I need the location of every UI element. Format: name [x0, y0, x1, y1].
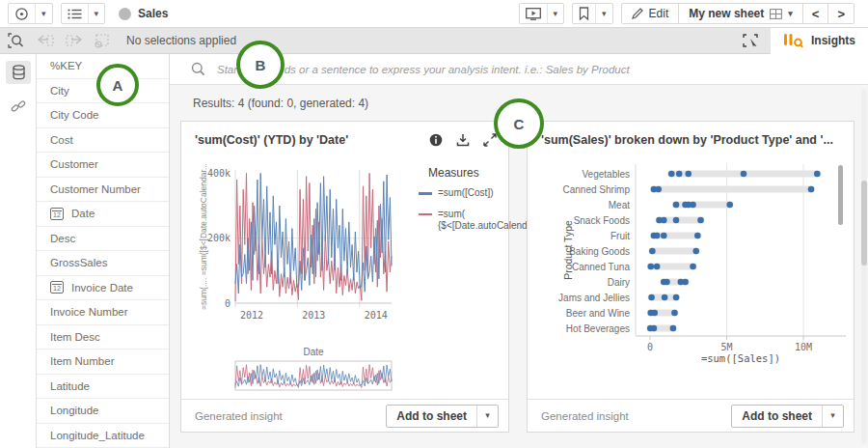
svg-text:2014: 2014: [365, 310, 388, 321]
field-label: Longitude: [50, 405, 99, 416]
svg-text:Product Type: Product Type: [562, 220, 574, 280]
svg-text:Date: Date: [303, 347, 324, 357]
insights-toggle-button[interactable]: Insights: [771, 28, 868, 54]
field-label: Longitude_Latitude: [50, 430, 145, 441]
svg-text:Vegetables: Vegetables: [583, 169, 631, 180]
sheet-navigation-control: Edit My new sheet ▾ < >: [621, 3, 854, 24]
fields-list: %KEYCityCity CodeCostCustomerCustomer Nu…: [37, 54, 170, 448]
svg-text:Fruit: Fruit: [610, 231, 630, 241]
add-to-sheet-caret[interactable]: ▾: [822, 406, 843, 427]
step-back-button[interactable]: [36, 33, 55, 48]
next-sheet-button[interactable]: >: [827, 4, 854, 23]
add-to-sheet-caret[interactable]: ▾: [476, 406, 498, 427]
distribution-plot[interactable]: 05M10MVegetablesCanned ShrimpMeatSnack F…: [528, 153, 855, 375]
expand-icon[interactable]: [483, 133, 497, 147]
clear-selections-button[interactable]: [94, 33, 111, 48]
panel-scrollbar-thumb[interactable]: [861, 181, 867, 266]
app-thumbnail-icon: [119, 8, 131, 20]
field-item[interactable]: GrossSales: [37, 251, 169, 276]
card-title: 'sum(Cost)' (YTD) by 'Date': [195, 133, 421, 147]
pencil-icon: [632, 8, 643, 19]
previous-sheet-button[interactable]: <: [802, 4, 828, 23]
sheet-grid-icon: [770, 9, 782, 19]
field-label: Item Number: [50, 355, 114, 367]
field-label: %KEY: [50, 60, 82, 71]
sheet-selector[interactable]: My new sheet ▾: [678, 4, 802, 23]
svg-text:Canned Shrimp: Canned Shrimp: [563, 184, 631, 195]
field-label: City Code: [50, 109, 99, 121]
bookmarks-button[interactable]: [573, 4, 595, 23]
field-item[interactable]: Desc: [37, 227, 169, 252]
field-label: Customer Number: [50, 183, 141, 195]
selections-tool-button[interactable]: [730, 33, 771, 48]
field-item[interactable]: 12Date: [37, 202, 169, 227]
field-label: Date: [71, 208, 95, 219]
field-item[interactable]: Item Number: [37, 350, 169, 375]
insight-advisor-logo-icon: [783, 33, 804, 48]
info-icon[interactable]: [429, 133, 443, 147]
links-tab-button[interactable]: [6, 95, 31, 118]
field-item[interactable]: Invoice Number: [37, 300, 169, 325]
field-item[interactable]: Customer Number: [37, 178, 169, 203]
edit-button[interactable]: Edit: [622, 4, 679, 23]
legend-swatch: [419, 192, 432, 195]
search-icon: [191, 62, 205, 76]
legend-label: =sum( {$<[Date.autoCalend...: [438, 209, 535, 233]
field-item[interactable]: Longitude: [37, 399, 169, 424]
list-icon: [68, 8, 82, 20]
field-item[interactable]: Customer: [37, 153, 169, 178]
insight-card-dot-plot: 'sum(Sales)' broken down by 'Product Typ…: [527, 121, 854, 433]
insights-label: Insights: [811, 34, 855, 47]
field-label: Latitude: [50, 380, 90, 392]
svg-text:400k: 400k: [207, 168, 231, 179]
chart-legend: Measures =sum([Cost])=sum( {$<[Date.auto…: [419, 166, 505, 241]
storytelling-caret[interactable]: ▾: [547, 4, 564, 23]
sheet-list-caret[interactable]: ▾: [88, 4, 105, 23]
bookmarks-group: ▾: [572, 3, 613, 24]
selections-bar: No selections applied Insights: [0, 28, 868, 54]
add-to-sheet-button[interactable]: Add to sheet: [387, 406, 476, 427]
insight-card-line-chart: 'sum(Cost)' (YTD) by 'Date': [180, 121, 509, 433]
navigation-menu-caret[interactable]: ▾: [35, 4, 52, 23]
legend-item: =sum( {$<[Date.autoCalend...: [419, 209, 505, 233]
field-label: Item Desc: [50, 331, 100, 343]
panel-scrollbar[interactable]: [861, 89, 867, 444]
annotation-circle-b: B: [236, 41, 285, 89]
bookmark-icon: [579, 7, 589, 20]
svg-text:=sum([Sales]): =sum([Sales]): [701, 352, 780, 364]
clear-selections-icon: [94, 33, 111, 48]
sheet-list-button[interactable]: [62, 4, 88, 23]
field-item[interactable]: Longitude_Latitude: [37, 424, 169, 448]
step-forward-button[interactable]: [65, 33, 84, 48]
app-options-group: ▾: [61, 3, 106, 24]
navigation-menu-button[interactable]: [9, 4, 35, 23]
generated-insight-label: Generated insight: [195, 410, 386, 422]
field-label: Customer: [50, 158, 98, 170]
svg-text:5M: 5M: [720, 342, 732, 352]
assets-nav-rail: [0, 54, 37, 448]
calendar-icon: 12: [50, 281, 64, 294]
field-item[interactable]: Latitude: [37, 375, 169, 400]
field-label: Invoice Date: [71, 282, 133, 294]
smart-search-button[interactable]: [8, 33, 26, 49]
generated-insight-label: Generated insight: [541, 410, 731, 422]
chart-scrollbar[interactable]: [838, 165, 843, 225]
selections-message: No selections applied: [126, 34, 730, 47]
redo-selection-icon: [65, 33, 84, 48]
download-icon[interactable]: [456, 133, 470, 147]
field-item[interactable]: Item Desc: [37, 325, 169, 350]
undo-selection-icon: [36, 33, 55, 48]
field-item[interactable]: 12Invoice Date: [37, 276, 169, 301]
bookmarks-caret[interactable]: ▾: [595, 4, 612, 23]
field-label: Cost: [50, 134, 73, 146]
field-item[interactable]: Cost: [37, 128, 169, 154]
svg-text:Canned Tuna: Canned Tuna: [572, 262, 630, 272]
edit-button-label: Edit: [649, 7, 669, 20]
global-menu-group: ▾: [8, 3, 53, 24]
annotation-circle-a: A: [96, 64, 139, 106]
field-label: GrossSales: [50, 257, 107, 268]
storytelling-button[interactable]: [520, 4, 547, 23]
fields-tab-button[interactable]: [6, 61, 31, 84]
add-to-sheet-button[interactable]: Add to sheet: [732, 406, 822, 427]
field-item[interactable]: City Code: [37, 103, 169, 128]
